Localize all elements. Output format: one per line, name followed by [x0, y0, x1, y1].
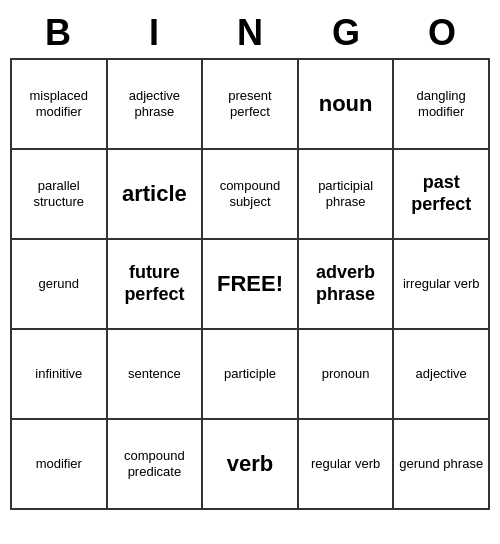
- bingo-cell-4: dangling modifier: [394, 60, 490, 150]
- bingo-cell-11: future perfect: [108, 240, 204, 330]
- bingo-cell-2: present perfect: [203, 60, 299, 150]
- bingo-header: BINGO: [10, 8, 490, 58]
- bingo-cell-12: FREE!: [203, 240, 299, 330]
- bingo-cell-18: pronoun: [299, 330, 395, 420]
- bingo-cell-0: misplaced modifier: [12, 60, 108, 150]
- bingo-cell-19: adjective: [394, 330, 490, 420]
- bingo-board: BINGO misplaced modifieradjective phrase…: [10, 8, 490, 510]
- header-letter-N: N: [202, 8, 298, 58]
- bingo-cell-13: adverb phrase: [299, 240, 395, 330]
- bingo-cell-22: verb: [203, 420, 299, 510]
- bingo-cell-9: past perfect: [394, 150, 490, 240]
- header-letter-B: B: [10, 8, 106, 58]
- bingo-cell-5: parallel structure: [12, 150, 108, 240]
- bingo-cell-21: compound predicate: [108, 420, 204, 510]
- bingo-cell-10: gerund: [12, 240, 108, 330]
- header-letter-G: G: [298, 8, 394, 58]
- bingo-cell-6: article: [108, 150, 204, 240]
- header-letter-I: I: [106, 8, 202, 58]
- bingo-cell-17: participle: [203, 330, 299, 420]
- bingo-grid: misplaced modifieradjective phrasepresen…: [10, 58, 490, 510]
- header-letter-O: O: [394, 8, 490, 58]
- bingo-cell-3: noun: [299, 60, 395, 150]
- bingo-cell-23: regular verb: [299, 420, 395, 510]
- bingo-cell-24: gerund phrase: [394, 420, 490, 510]
- bingo-cell-8: participial phrase: [299, 150, 395, 240]
- bingo-cell-14: irregular verb: [394, 240, 490, 330]
- bingo-cell-7: compound subject: [203, 150, 299, 240]
- bingo-cell-20: modifier: [12, 420, 108, 510]
- bingo-cell-16: sentence: [108, 330, 204, 420]
- bingo-cell-1: adjective phrase: [108, 60, 204, 150]
- bingo-cell-15: infinitive: [12, 330, 108, 420]
